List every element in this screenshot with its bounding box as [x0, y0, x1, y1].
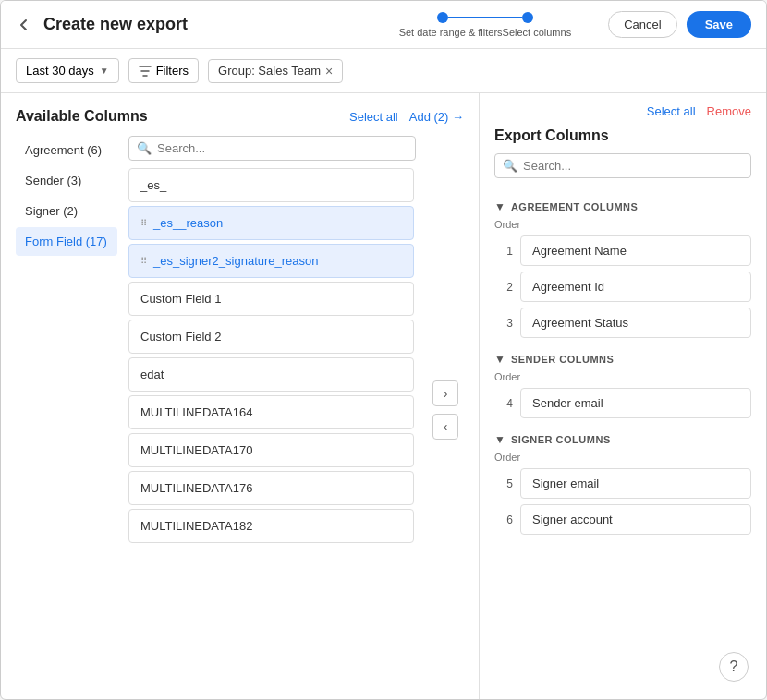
agreement-order-label: Order [494, 219, 751, 230]
signer-section-title: SIGNER COLUMNS [511, 434, 611, 445]
sidebar-item-sender[interactable]: Sender (3) [16, 166, 117, 195]
order-number: 1 [494, 245, 513, 258]
search-icon: 🔍 [503, 159, 517, 173]
export-column-box: Sender email [520, 388, 751, 418]
column-label: Custom Field 2 [140, 330, 221, 344]
filter-icon [139, 66, 152, 77]
page-title: Create new export [43, 15, 188, 34]
export-columns-title: Export Columns [494, 127, 751, 144]
tag-close-icon[interactable]: × [325, 64, 333, 78]
date-range-picker[interactable]: Last 30 days ▼ [16, 58, 119, 83]
column-label: MULTILINEDATA176 [140, 481, 252, 495]
column-label: MULTILINEDATA164 [140, 405, 252, 419]
header-actions: Cancel Save [608, 11, 751, 38]
step1-dot [437, 12, 448, 23]
group-tag: Group: Sales Team × [208, 59, 343, 83]
signer-section-header: ▼ SIGNER COLUMNS [494, 433, 751, 446]
stepper-dots [437, 12, 533, 23]
remove-link[interactable]: Remove [707, 104, 751, 118]
drag-handle-icon: ⠿ [140, 256, 146, 266]
sidebar-item-signer[interactable]: Signer (2) [16, 197, 117, 225]
signer-chevron-icon[interactable]: ▼ [494, 433, 505, 446]
date-range-label: Last 30 days [26, 64, 94, 78]
chevron-down-icon: ▼ [100, 66, 109, 76]
step-line [448, 17, 522, 18]
add-button[interactable]: Add (2) → [409, 110, 464, 124]
export-search-input[interactable] [523, 159, 743, 173]
sidebar-item-formfield[interactable]: Form Field (17) [16, 227, 117, 256]
export-column-box: Signer email [520, 468, 751, 499]
order-number: 3 [494, 317, 513, 330]
column-label: MULTILINEDATA170 [140, 443, 252, 457]
toolbar: Last 30 days ▼ Filters Group: Sales Team… [1, 49, 766, 93]
export-search-box: 🔍 [494, 153, 751, 178]
right-panel-header: Select all Remove [494, 104, 751, 118]
export-row: 4 Sender email [494, 388, 751, 418]
stepper: Set date range & filters Select columns [399, 12, 572, 38]
transfer-buttons: › ‹ [427, 136, 464, 684]
list-item[interactable]: MULTILINEDATA164 [128, 395, 414, 429]
list-item[interactable]: _es_ [128, 168, 414, 202]
export-column-box: Agreement Status [520, 308, 751, 338]
question-mark-icon: ? [730, 658, 738, 675]
list-item[interactable]: edat [128, 357, 414, 392]
available-columns-title: Available Columns [16, 108, 148, 125]
add-label: Add (2) → [409, 110, 464, 124]
sender-section-header: ▼ SENDER COLUMNS [494, 353, 751, 366]
step1-label: Set date range & filters [399, 27, 503, 38]
search-icon: 🔍 [137, 141, 152, 155]
column-label: edat [140, 368, 164, 381]
agreement-chevron-icon[interactable]: ▼ [494, 200, 505, 213]
column-search-input[interactable] [157, 141, 408, 155]
list-item[interactable]: ⠿ _es_signer2_signature_reason [128, 244, 414, 278]
tag-label: Group: Sales Team [218, 64, 321, 78]
column-search-box: 🔍 [128, 136, 416, 161]
panel-actions: Select all Add (2) → [349, 110, 464, 124]
column-area: 🔍 _es_ ⠿ _es__reason ⠿ _es_si [128, 136, 416, 684]
move-right-button[interactable]: › [432, 380, 458, 406]
export-column-box: Agreement Id [520, 272, 751, 302]
sidebar-item-agreement[interactable]: Agreement (6) [16, 136, 117, 164]
column-label: _es_signer2_signature_reason [153, 254, 319, 268]
main-content: Available Columns Select all Add (2) → A… [1, 93, 766, 699]
help-button[interactable]: ? [719, 652, 749, 682]
agreement-section-title: AGREEMENT COLUMNS [511, 201, 638, 212]
sender-chevron-icon[interactable]: ▼ [494, 353, 505, 366]
list-item[interactable]: Custom Field 2 [128, 320, 414, 354]
list-item[interactable]: MULTILINEDATA170 [128, 433, 414, 467]
step2-label: Select columns [503, 27, 572, 38]
right-panel: Select all Remove Export Columns 🔍 ▼ AGR… [480, 93, 766, 699]
export-row: 5 Signer email [494, 468, 751, 499]
order-number: 5 [494, 477, 513, 490]
cancel-button[interactable]: Cancel [608, 11, 676, 38]
export-row: 2 Agreement Id [494, 272, 751, 302]
export-row: 3 Agreement Status [494, 308, 751, 338]
filters-button[interactable]: Filters [128, 58, 199, 83]
save-button[interactable]: Save [687, 11, 751, 38]
move-left-button[interactable]: ‹ [432, 414, 458, 440]
list-item[interactable]: MULTILINEDATA176 [128, 471, 414, 505]
list-item[interactable]: Custom Field 1 [128, 282, 414, 316]
select-all-export-link[interactable]: Select all [647, 104, 696, 118]
agreement-section-header: ▼ AGREEMENT COLUMNS [494, 200, 751, 213]
export-column-box: Agreement Name [520, 235, 751, 266]
stepper-labels: Set date range & filters Select columns [399, 27, 572, 38]
back-button[interactable] [16, 17, 32, 33]
order-number: 4 [494, 397, 513, 410]
step2-dot [522, 12, 533, 23]
drag-handle-icon: ⠿ [140, 218, 146, 228]
select-all-link[interactable]: Select all [349, 110, 398, 124]
export-row: 1 Agreement Name [494, 235, 751, 266]
sender-order-label: Order [494, 371, 751, 382]
order-number: 6 [494, 513, 513, 526]
export-row: 6 Signer account [494, 504, 751, 535]
column-label: _es__reason [153, 216, 223, 230]
left-panel: Available Columns Select all Add (2) → A… [1, 93, 480, 699]
column-list: _es_ ⠿ _es__reason ⠿ _es_signer2_signatu… [128, 168, 416, 684]
column-label: Custom Field 1 [140, 292, 221, 306]
list-item[interactable]: MULTILINEDATA182 [128, 509, 414, 543]
export-column-box: Signer account [520, 504, 751, 535]
list-item[interactable]: ⠿ _es__reason [128, 206, 414, 240]
filter-label: Filters [156, 64, 189, 78]
header: Create new export Set date range & filte… [1, 1, 766, 49]
